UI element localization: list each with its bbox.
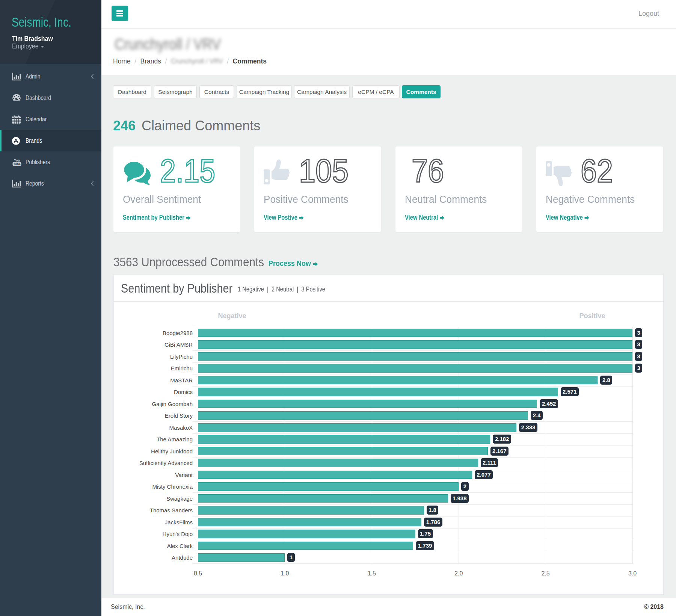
svg-text:2.15: 2.15 — [160, 155, 215, 189]
svg-text:105: 105 — [299, 155, 349, 189]
svg-text:Tube: Tube — [13, 162, 21, 166]
svg-text:76: 76 — [412, 155, 444, 189]
svg-text:You: You — [14, 158, 20, 162]
svg-text:62: 62 — [581, 155, 613, 189]
